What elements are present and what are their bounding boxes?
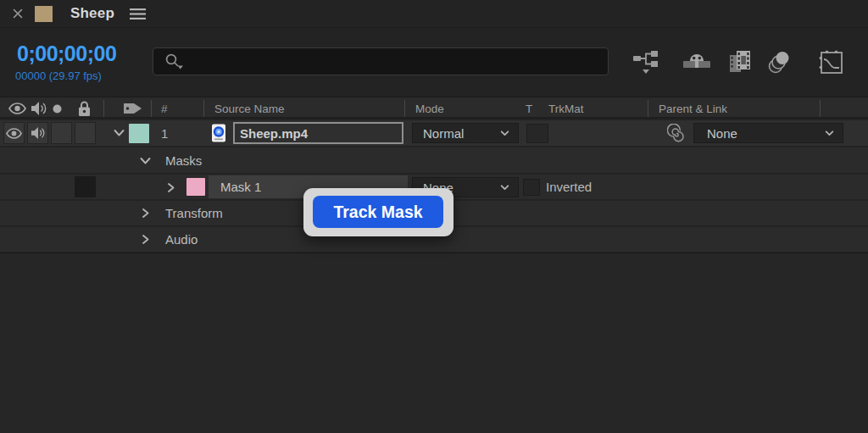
transform-group-label[interactable]: Transform: [165, 206, 223, 220]
layer-color-swatch[interactable]: [129, 124, 149, 143]
search-box[interactable]: [153, 47, 609, 75]
track-mask-button[interactable]: Track Mask: [313, 196, 443, 228]
lock-column-icon: [76, 100, 92, 117]
motion-blur-button[interactable]: [764, 47, 796, 76]
layer-name-field[interactable]: Sheep.mp4: [233, 122, 403, 144]
header-divider: [404, 100, 405, 117]
search-input[interactable]: [192, 54, 582, 69]
masks-group-row: Masks: [0, 147, 868, 173]
header-divider: [151, 100, 152, 117]
column-parent-link[interactable]: Parent & Link: [659, 97, 727, 119]
frame-blending-icon: [728, 49, 754, 75]
mask-expand-chevron-icon[interactable]: [165, 181, 176, 194]
audio-group-label[interactable]: Audio: [165, 232, 198, 247]
header-divider: [820, 100, 821, 117]
layer-visibility-toggle[interactable]: [3, 122, 25, 144]
search-icon[interactable]: [164, 53, 186, 71]
trkmat-toggle[interactable]: [526, 124, 548, 143]
header-divider: [103, 100, 104, 117]
transform-expand-chevron-icon[interactable]: [140, 207, 151, 219]
layer-lock-toggle[interactable]: [75, 122, 96, 144]
mask-toggle-cell[interactable]: [75, 176, 96, 197]
timeline-panel: Sheep 0;00;00;00 00000 (29.97 fps): [0, 0, 868, 433]
eye-icon: [6, 128, 22, 139]
video-file-icon: [211, 124, 226, 142]
frame-count-fps: 00000 (29.97 fps): [15, 69, 102, 82]
layer-expand-chevron-icon[interactable]: [112, 127, 126, 139]
header-divider: [648, 100, 648, 117]
blend-mode-value: Normal: [423, 126, 464, 141]
current-timecode[interactable]: 0;00;00;00: [17, 42, 116, 66]
frame-blending-button[interactable]: [725, 47, 757, 76]
solo-column-icon: [53, 104, 62, 114]
graph-editor-icon: [818, 49, 845, 75]
column-trkmat[interactable]: TrkMat: [548, 97, 584, 119]
column-number[interactable]: #: [161, 97, 168, 119]
close-icon[interactable]: [12, 8, 24, 19]
audio-expand-chevron-icon[interactable]: [140, 233, 151, 246]
layer-name: Sheep.mp4: [240, 126, 308, 141]
parent-pick-whip-icon[interactable]: [667, 124, 687, 143]
parent-link-dropdown[interactable]: None: [693, 123, 843, 143]
panel-tab-title[interactable]: Sheep: [70, 5, 114, 22]
blend-mode-dropdown[interactable]: Normal: [412, 123, 519, 143]
column-header-row: # Source Name Mode T TrkMat Parent & Lin…: [0, 97, 868, 119]
layer-row: 1 Sheep.mp4 Normal None: [0, 120, 868, 146]
mask-inverted-checkbox[interactable]: [523, 179, 540, 196]
masks-group-label[interactable]: Masks: [165, 153, 202, 168]
layer-solo-toggle[interactable]: [51, 122, 72, 144]
mask-inverted-label[interactable]: Inverted: [546, 180, 592, 194]
chevron-down-icon: [824, 128, 835, 139]
column-mode[interactable]: Mode: [415, 97, 444, 119]
column-t[interactable]: T: [526, 97, 532, 119]
column-source-name[interactable]: Source Name: [214, 97, 285, 119]
layer-index: 1: [161, 126, 168, 141]
chevron-down-icon: [499, 128, 510, 139]
speaker-icon: [31, 126, 46, 140]
track-mask-button-label: Track Mask: [333, 203, 422, 222]
mini-flowchart-button[interactable]: [631, 47, 663, 76]
parent-link-value: None: [707, 126, 737, 141]
mask-name: Mask 1: [220, 180, 261, 194]
video-visibility-column-icon: [8, 103, 26, 114]
mask-color-swatch[interactable]: [186, 178, 205, 196]
timeline-empty-area: [0, 253, 868, 433]
track-mask-popover: Track Mask: [303, 188, 453, 236]
label-column-icon: [122, 100, 143, 117]
motion-blur-icon: [766, 49, 793, 75]
header-divider: [203, 100, 204, 117]
graph-editor-button[interactable]: [815, 47, 848, 76]
audio-column-icon: [31, 101, 47, 116]
shy-layers-button[interactable]: [681, 47, 713, 76]
shy-layers-icon: [682, 51, 711, 73]
panel-tab-bar: Sheep: [0, 0, 868, 28]
masks-expand-chevron-icon[interactable]: [138, 155, 153, 167]
panel-menu-icon[interactable]: [130, 8, 146, 20]
comp-color-swatch: [35, 6, 53, 22]
mini-flowchart-icon: [632, 49, 662, 75]
layer-audio-toggle[interactable]: [27, 122, 48, 144]
chevron-down-icon: [499, 182, 510, 193]
